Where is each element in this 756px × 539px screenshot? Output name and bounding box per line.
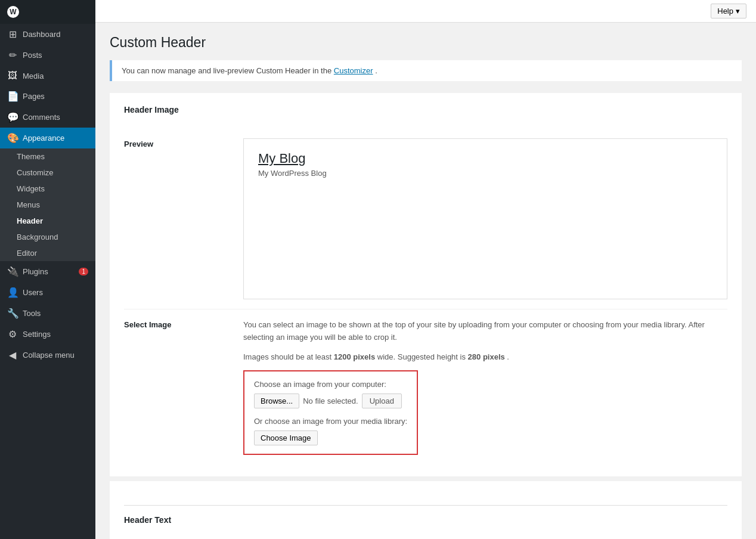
sidebar-item-plugins[interactable]: 🔌 Plugins 1: [0, 261, 95, 282]
content-area: Custom Header You can now manage and liv…: [95, 23, 756, 539]
sidebar-item-pages[interactable]: 📄 Pages: [0, 86, 95, 107]
no-file-text: No file selected.: [303, 396, 358, 405]
select-image-field: You can select an image to be shown at t…: [243, 319, 727, 455]
notice-box: You can now manage and live-preview Cust…: [110, 60, 742, 81]
sidebar-item-customize[interactable]: Customize: [0, 165, 95, 181]
customizer-link[interactable]: Customizer: [334, 66, 373, 75]
preview-label: Preview: [124, 138, 243, 148]
main-area: Help ▾ Custom Header You can now manage …: [95, 0, 756, 539]
sidebar-item-label: Dashboard: [23, 30, 61, 39]
select-image-label: Select Image: [124, 319, 243, 329]
plugins-icon: 🔌: [7, 266, 18, 277]
browse-button[interactable]: Browse...: [254, 394, 299, 408]
choose-image-button[interactable]: Choose Image: [254, 430, 318, 445]
sidebar-item-editor[interactable]: Editor: [0, 245, 95, 261]
topbar: Help ▾: [95, 0, 756, 23]
sidebar-item-menus[interactable]: Menus: [0, 197, 95, 213]
preview-blog-desc: My WordPress Blog: [258, 169, 712, 178]
sidebar-item-label: Appearance: [23, 134, 64, 143]
media-icon: 🖼: [7, 70, 18, 81]
notice-text: You can now manage and live-preview Cust…: [122, 66, 331, 75]
upload-section-label: Choose an image from your computer:: [254, 380, 407, 389]
upload-row: Browse... No file selected. Upload: [254, 394, 407, 408]
sidebar-item-label: Users: [23, 288, 43, 297]
page-title: Custom Header: [110, 35, 742, 51]
sidebar-item-label: Collapse menu: [23, 351, 75, 360]
sidebar-item-tools[interactable]: 🔧 Tools: [0, 303, 95, 324]
sidebar-item-label: Plugins: [23, 267, 48, 276]
select-image-desc2: Images should be at least 1200 pixels wi…: [243, 351, 727, 364]
sidebar-item-label: Posts: [23, 51, 42, 60]
tools-icon: 🔧: [7, 308, 18, 319]
sidebar-item-background[interactable]: Background: [0, 229, 95, 245]
sidebar-item-appearance[interactable]: 🎨 Appearance: [0, 128, 95, 148]
help-button[interactable]: Help ▾: [711, 4, 746, 18]
sidebar-item-media[interactable]: 🖼 Media: [0, 66, 95, 86]
plugins-badge: 1: [79, 268, 88, 275]
settings-icon: ⚙: [7, 329, 18, 340]
header-text-section: Header Text Header Text Show header text…: [110, 481, 742, 539]
header-image-section: Header Image Preview My Blog My WordPres…: [110, 93, 742, 476]
sidebar-logo: W: [0, 0, 95, 24]
sidebar-item-label: Media: [23, 72, 44, 80]
notice-end: .: [375, 66, 377, 75]
comments-icon: 💬: [7, 111, 18, 123]
sidebar-item-comments[interactable]: 💬 Comments: [0, 107, 95, 128]
header-image-title: Header Image: [124, 105, 727, 119]
sidebar-item-label: Tools: [23, 309, 41, 318]
sidebar-item-themes[interactable]: Themes: [0, 148, 95, 165]
sidebar: W ⊞ Dashboard ✏ Posts 🖼 Media 📄 Pages 💬 …: [0, 0, 95, 539]
select-image-row: Select Image You can select an image to …: [124, 309, 727, 464]
sidebar-item-dashboard[interactable]: ⊞ Dashboard: [0, 24, 95, 45]
sidebar-item-settings[interactable]: ⚙ Settings: [0, 324, 95, 345]
sidebar-item-collapse[interactable]: ◀ Collapse menu: [0, 345, 95, 365]
sidebar-item-label: Pages: [23, 92, 45, 101]
sidebar-item-widgets[interactable]: Widgets: [0, 181, 95, 197]
posts-icon: ✏: [7, 49, 18, 61]
select-image-desc1: You can select an image to be shown at t…: [243, 319, 727, 344]
header-text-title: Header Text: [124, 505, 727, 529]
pages-icon: 📄: [7, 91, 18, 102]
collapse-icon: ◀: [7, 349, 18, 361]
sidebar-item-posts[interactable]: ✏ Posts: [0, 45, 95, 66]
sidebar-item-label: Comments: [23, 113, 60, 122]
appearance-submenu: Themes Customize Widgets Menus Header Ba…: [0, 148, 95, 261]
users-icon: 👤: [7, 287, 18, 298]
help-chevron-icon: ▾: [736, 7, 740, 16]
preview-box: My Blog My WordPress Blog: [243, 138, 727, 299]
upload-button[interactable]: Upload: [362, 394, 402, 408]
preview-field: My Blog My WordPress Blog: [243, 138, 727, 299]
preview-blog-title: My Blog: [258, 151, 712, 166]
appearance-icon: 🎨: [7, 132, 18, 144]
dashboard-icon: ⊞: [7, 29, 18, 40]
select-image-box: Choose an image from your computer: Brow…: [243, 370, 418, 455]
sidebar-item-header[interactable]: Header: [0, 213, 95, 229]
help-label: Help: [717, 7, 733, 16]
wp-logo-icon: W: [7, 6, 19, 18]
or-media-label: Or choose an image from your media libra…: [254, 417, 407, 426]
sidebar-item-users[interactable]: 👤 Users: [0, 282, 95, 303]
sidebar-item-label: Settings: [23, 330, 51, 339]
preview-row: Preview My Blog My WordPress Blog: [124, 129, 727, 309]
header-text-row: Header Text Show header text with your i…: [124, 529, 727, 539]
